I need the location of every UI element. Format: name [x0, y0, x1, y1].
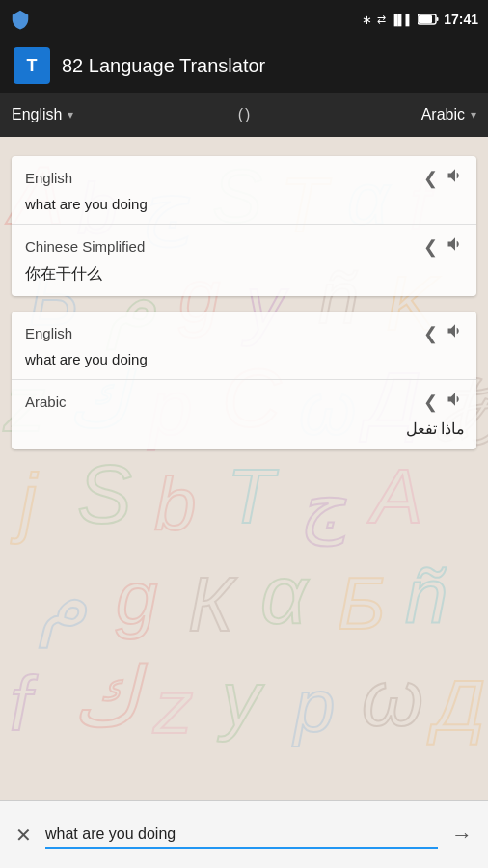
signal-icon: ▐▌▌ — [391, 14, 413, 25]
svg-text:j: j — [11, 458, 39, 544]
card-1-chinese-header: Chinese Simplified ❮ — [25, 234, 465, 258]
card-2-arabic-icons: ❮ — [423, 390, 465, 414]
translation-card-2: English ❮ what are you doing Arabic — [12, 312, 476, 449]
speaker-icon-4[interactable] — [446, 390, 465, 414]
app-title: 82 Language Translator — [62, 55, 265, 77]
svg-text:ω: ω — [362, 654, 423, 742]
svg-text:م: م — [39, 557, 88, 648]
target-language-label: Arabic — [421, 106, 465, 123]
card-1-english-text: what are you doing — [25, 194, 465, 214]
language-selector-bar[interactable]: English ▾ ( ) Arabic ▾ — [0, 93, 488, 137]
speaker-icon-3[interactable] — [446, 321, 465, 345]
card-1-chinese-icons: ❮ — [423, 234, 465, 258]
title-bar: T 82 Language Translator — [0, 39, 488, 93]
app-icon-letter: T — [27, 56, 38, 76]
svg-text:g: g — [116, 556, 157, 640]
translation-input[interactable] — [45, 822, 438, 849]
time-display: 17:41 — [444, 12, 478, 27]
share-icon-2[interactable]: ❮ — [423, 236, 438, 258]
share-icon-3[interactable]: ❮ — [423, 323, 438, 344]
svg-text:Д: Д — [427, 665, 485, 746]
status-bar-right: ∗ ⇄ ▐▌▌ 17:41 — [362, 12, 478, 27]
battery-icon — [418, 14, 439, 25]
svg-text:Б: Б — [338, 562, 385, 644]
card-1-english-section: English ❮ what are you doing — [12, 156, 476, 224]
card-1-chinese-label: Chinese Simplified — [25, 238, 145, 255]
card-2-arabic-header: Arabic ❮ — [25, 390, 465, 414]
card-2-arabic-text: ماذا تفعل — [25, 418, 465, 440]
svg-text:ñ: ñ — [405, 554, 448, 639]
sync-icon: ⇄ — [377, 14, 386, 26]
svg-text:α: α — [260, 549, 310, 640]
speaker-icon-1[interactable] — [446, 166, 465, 190]
card-1-english-header: English ❮ — [25, 166, 465, 190]
main-content: A b ج S T α f Б م g y ñ K z ك р C ω Д あ … — [0, 137, 488, 800]
app-icon: T — [14, 47, 50, 84]
left-paren-icon: ( — [238, 106, 243, 123]
svg-text:ج: ج — [299, 462, 346, 547]
status-bar-left — [10, 9, 31, 30]
status-bar: ∗ ⇄ ▐▌▌ 17:41 — [0, 0, 488, 39]
source-language-dropdown-icon: ▾ — [68, 108, 73, 122]
svg-text:f: f — [10, 661, 39, 746]
svg-text:y: y — [217, 656, 265, 742]
card-2-english-header: English ❮ — [25, 321, 465, 345]
card-2-arabic-label: Arabic — [25, 393, 67, 410]
svg-rect-1 — [419, 15, 432, 23]
send-button[interactable]: → — [447, 819, 476, 852]
card-2-english-label: English — [25, 325, 72, 341]
speaker-icon-2[interactable] — [446, 234, 465, 258]
source-language-selector[interactable]: English ▾ — [8, 106, 229, 123]
svg-text:К: К — [188, 561, 237, 647]
share-icon-1[interactable]: ❮ — [423, 168, 438, 189]
share-icon-4[interactable]: ❮ — [423, 392, 438, 413]
translation-card-1: English ❮ what are you doing Chinese Sim… — [12, 156, 476, 296]
card-1-english-label: English — [25, 170, 72, 186]
target-language-selector[interactable]: Arabic ▾ — [259, 106, 480, 123]
source-language-label: English — [12, 106, 62, 123]
target-language-dropdown-icon: ▾ — [471, 108, 476, 122]
bluetooth-icon: ∗ — [362, 13, 372, 27]
card-2-arabic-section: Arabic ❮ ماذا تفعل — [12, 379, 476, 449]
svg-text:b: b — [154, 462, 196, 547]
svg-text:р: р — [292, 665, 335, 746]
input-bar: ✕ → — [0, 800, 488, 868]
swap-languages-button[interactable]: ( ) — [229, 106, 260, 123]
cards-container: English ❮ what are you doing Chinese Sim… — [0, 137, 488, 469]
svg-text:z: z — [152, 665, 193, 749]
card-2-english-icons: ❮ — [423, 321, 465, 345]
card-1-chinese-section: Chinese Simplified ❮ 你在干什么 — [12, 224, 476, 296]
svg-rect-2 — [437, 17, 439, 21]
svg-text:ك: ك — [72, 651, 148, 743]
shield-icon — [10, 9, 31, 30]
card-2-english-text: what are you doing — [25, 349, 465, 369]
card-1-chinese-text: 你在干什么 — [25, 262, 465, 286]
right-paren-icon: ) — [245, 106, 250, 123]
card-1-english-icons: ❮ — [423, 166, 465, 190]
card-2-english-section: English ❮ what are you doing — [12, 312, 476, 379]
clear-button[interactable]: ✕ — [12, 820, 36, 851]
